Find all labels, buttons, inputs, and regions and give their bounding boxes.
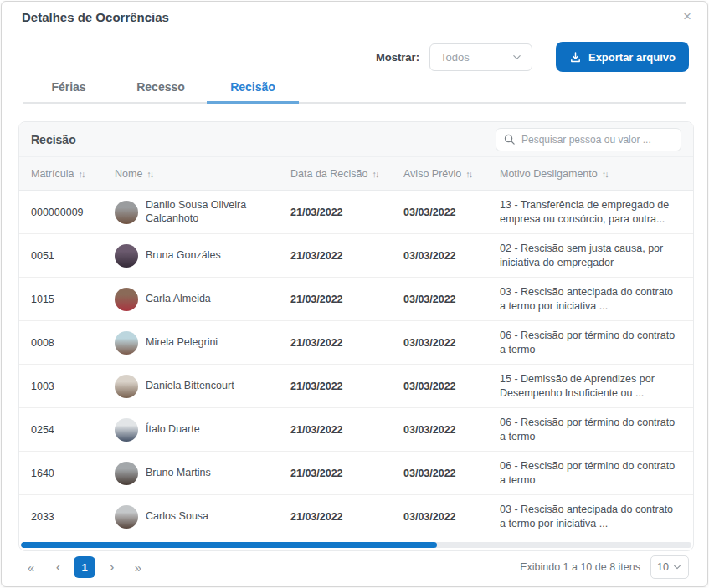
cell-nome: Daniela Bittencourt (115, 375, 290, 398)
horizontal-scrollbar[interactable] (21, 542, 691, 548)
modal-title: Detalhes de Ocorrências (22, 10, 169, 24)
cell-data-recisao: 21/03/2022 (290, 250, 403, 262)
cell-nome: Carlos Sousa (115, 505, 290, 529)
next-page-button[interactable]: › (100, 556, 122, 578)
tab-recesso[interactable]: Recesso (115, 77, 207, 104)
table-panel-header: Recisão (19, 122, 693, 157)
cell-motivo: 03 - Rescisão antecipada do contrato a t… (500, 285, 681, 314)
table-row[interactable]: 0008 Mirela Pelegrini 21/03/2022 03/03/2… (19, 321, 693, 365)
cell-data-recisao: 21/03/2022 (290, 424, 403, 436)
sort-icon[interactable]: ↑↓ (602, 169, 608, 179)
footer: « ‹ 1 › » Exibindo 1 a 10 de 8 itens 10 (2, 548, 707, 586)
search-input[interactable] (496, 128, 681, 151)
pagination: « ‹ 1 › » (20, 556, 149, 578)
search-box (496, 128, 681, 151)
cell-nome: Bruna Gonzáles (115, 244, 290, 268)
hscrollbar-thumb[interactable] (21, 542, 437, 548)
table-row[interactable]: 2033 Carlos Sousa 21/03/2022 03/03/2022 … (19, 495, 693, 539)
cell-matricula: 1640 (31, 468, 115, 479)
chevron-down-icon (673, 563, 682, 572)
download-icon (569, 51, 582, 64)
column-header-data-recisao[interactable]: Data da Recisão↑↓ (290, 168, 403, 180)
cell-matricula: 000000009 (31, 207, 115, 218)
items-count-status: Exibindo 1 a 10 de 8 itens (520, 561, 640, 573)
table-body: 000000009 Danilo Sousa Oliveira Calcanho… (19, 191, 693, 539)
cell-nome: Ítalo Duarte (115, 418, 290, 442)
show-filter-select[interactable]: Todos (429, 43, 532, 71)
export-file-button[interactable]: Exportar arquivo (556, 42, 689, 72)
sort-icon[interactable]: ↑↓ (465, 169, 471, 179)
page-1-button[interactable]: 1 (74, 556, 95, 578)
show-filter-value: Todos (440, 51, 470, 64)
cell-aviso-previo: 03/03/2022 (403, 207, 500, 218)
employee-name: Ítalo Duarte (146, 423, 200, 437)
cell-matricula: 0254 (31, 424, 115, 436)
cell-matricula: 0008 (31, 337, 115, 349)
employee-name: Carla Almeida (146, 293, 211, 306)
cell-data-recisao: 21/03/2022 (290, 207, 403, 218)
employee-name: Bruna Gonzáles (146, 249, 221, 263)
employee-name: Danilo Sousa Oliveira Calcanhoto (146, 199, 282, 225)
cell-data-recisao: 21/03/2022 (290, 294, 403, 305)
cell-aviso-previo: 03/03/2022 (403, 424, 500, 436)
cell-data-recisao: 21/03/2022 (290, 468, 403, 479)
page-size-select[interactable]: 10 (650, 555, 689, 579)
sort-icon[interactable]: ↑↓ (78, 169, 84, 179)
table-row[interactable]: 1003 Daniela Bittencourt 21/03/2022 03/0… (19, 365, 693, 408)
cell-matricula: 2033 (31, 511, 115, 523)
column-header-matricula[interactable]: Matrícula↑↓ (31, 168, 115, 180)
sort-icon[interactable]: ↑↓ (146, 169, 152, 179)
sort-icon[interactable]: ↑↓ (372, 169, 378, 179)
table-row[interactable]: 0051 Bruna Gonzáles 21/03/2022 03/03/202… (19, 234, 693, 278)
cell-aviso-previo: 03/03/2022 (403, 468, 500, 479)
avatar (115, 331, 138, 355)
tab-ferias[interactable]: Férias (23, 77, 115, 104)
column-header-nome[interactable]: Nome↑↓ (115, 168, 290, 180)
cell-matricula: 0051 (31, 250, 115, 262)
first-page-button[interactable]: « (20, 556, 42, 578)
search-icon (503, 133, 516, 149)
previous-page-button[interactable]: ‹ (47, 556, 69, 578)
footer-right: Exibindo 1 a 10 de 8 itens 10 (520, 555, 689, 579)
tab-recisao[interactable]: Recisão (207, 77, 299, 104)
cell-nome: Danilo Sousa Oliveira Calcanhoto (115, 199, 290, 225)
avatar (115, 375, 138, 398)
table-row[interactable]: 1640 Bruno Martins 21/03/2022 03/03/2022… (19, 452, 693, 495)
cell-aviso-previo: 03/03/2022 (403, 250, 500, 262)
cell-nome: Carla Almeida (115, 288, 290, 311)
cell-motivo: 15 - Demissão de Aprendizes por Desempen… (500, 372, 681, 401)
cell-aviso-previo: 03/03/2022 (403, 381, 500, 392)
show-label: Mostrar: (376, 51, 419, 64)
column-header-motivo-desligamento[interactable]: Motivo Desligamento↑↓ (500, 168, 681, 180)
recisao-table-panel: Recisão Matrícula↑↓ Nome↑↓ Data da Recis… (18, 121, 694, 551)
cell-aviso-previo: 03/03/2022 (403, 294, 500, 305)
table-row[interactable]: 1015 Carla Almeida 21/03/2022 03/03/2022… (19, 278, 693, 321)
employee-name: Mirela Pelegrini (146, 336, 218, 350)
cell-data-recisao: 21/03/2022 (290, 511, 403, 523)
close-icon[interactable]: × (677, 7, 697, 27)
cell-motivo: 02 - Rescisão sem justa causa, por inici… (500, 242, 681, 270)
occurrences-details-modal: Detalhes de Ocorrências × Mostrar: Todos… (1, 1, 708, 587)
table-row[interactable]: 0254 Ítalo Duarte 21/03/2022 03/03/2022 … (19, 408, 693, 452)
export-button-label: Exportar arquivo (588, 51, 676, 64)
cell-aviso-previo: 03/03/2022 (403, 337, 500, 349)
avatar (115, 505, 138, 529)
table-row[interactable]: 000000009 Danilo Sousa Oliveira Calcanho… (19, 191, 693, 234)
column-header-aviso-previo[interactable]: Aviso Prévio↑↓ (403, 168, 500, 180)
cell-data-recisao: 21/03/2022 (290, 337, 403, 349)
cell-matricula: 1015 (31, 294, 115, 305)
cell-motivo: 06 - Rescisão por término do contrato a … (500, 459, 681, 488)
avatar (115, 201, 138, 224)
last-page-button[interactable]: » (127, 556, 149, 578)
avatar (115, 418, 138, 442)
avatar (115, 288, 138, 311)
page-size-value: 10 (657, 561, 669, 573)
cell-motivo: 06 - Rescisão por término do contrato a … (500, 416, 681, 444)
employee-name: Carlos Sousa (146, 510, 208, 524)
employee-name: Daniela Bittencourt (146, 380, 234, 393)
toolbar: Mostrar: Todos Exportar arquivo (376, 42, 689, 72)
cell-nome: Mirela Pelegrini (115, 331, 290, 355)
cell-nome: Bruno Martins (115, 462, 290, 485)
table-title: Recisão (31, 133, 76, 146)
employee-name: Bruno Martins (146, 467, 211, 480)
